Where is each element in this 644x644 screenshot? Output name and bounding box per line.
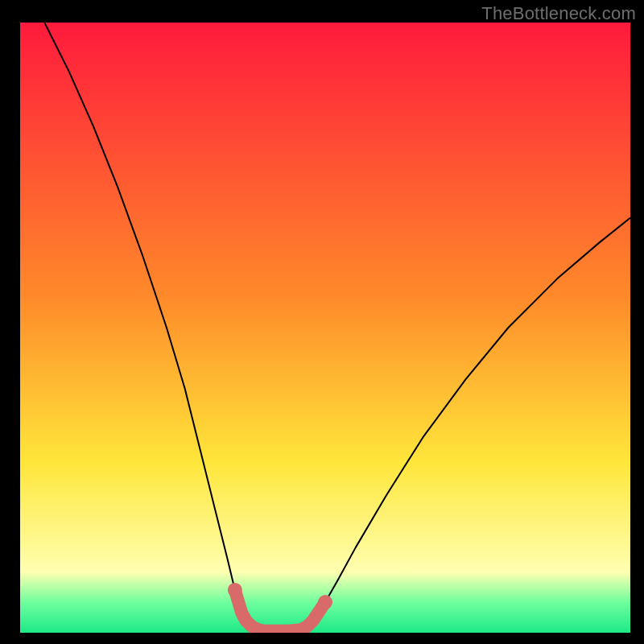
highlight-endpoint <box>228 583 242 597</box>
chart-root: TheBottleneck.com <box>0 0 644 644</box>
watermark-label: TheBottleneck.com <box>481 3 636 24</box>
chart-svg <box>20 23 630 633</box>
highlight-endpoint <box>318 595 332 609</box>
gradient-background <box>20 23 630 633</box>
chart-plot-area <box>20 23 630 633</box>
